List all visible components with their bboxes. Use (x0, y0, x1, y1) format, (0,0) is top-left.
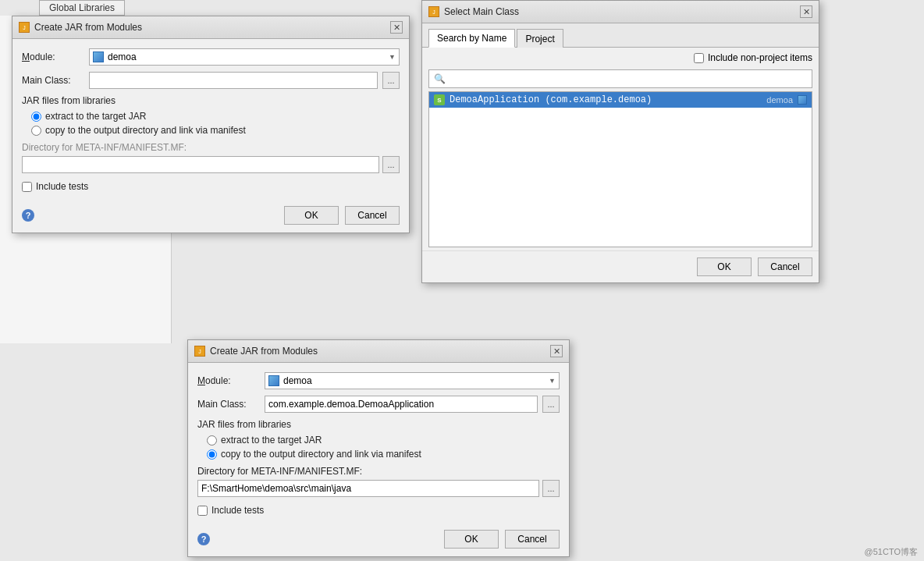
radio-row-1a[interactable]: extract to the target JAR (31, 111, 400, 122)
main-class-label-2: Main Class: (197, 399, 260, 410)
class-module-icon (798, 95, 807, 105)
include-tests-label-2: Include tests (211, 505, 264, 516)
radio-group-1: extract to the target JAR copy to the ou… (31, 111, 400, 136)
radio-copy-label-1: copy to the output directory and link vi… (45, 125, 246, 136)
search-icon: 🔍 (434, 73, 446, 84)
module-dropdown-2[interactable]: demoa ▼ (265, 372, 560, 389)
jar-dialog-2-body: Module: demoa ▼ Main Class: ... JAR file… (188, 363, 569, 525)
class-list[interactable]: S DemoaApplication (com.example.demoa) d… (428, 91, 812, 247)
main-class-browse-2[interactable]: ... (542, 396, 560, 413)
select-main-titlebar[interactable]: J Select Main Class ✕ (422, 1, 819, 23)
module-label-1: Module: (22, 51, 84, 62)
include-tests-row-2[interactable]: Include tests (197, 505, 560, 516)
cancel-button-select[interactable]: Cancel (758, 257, 812, 276)
radio-extract-2[interactable] (207, 435, 217, 446)
main-class-label-1: Main Class: (22, 75, 84, 86)
watermark: @51CTO博客 (865, 546, 918, 558)
module-value-2: demoa (283, 375, 312, 386)
ok-button-select[interactable]: OK (697, 257, 752, 276)
radio-copy-1[interactable] (31, 126, 41, 136)
manifest-dir-label-2: Directory for META-INF/MANIFEST.MF: (197, 466, 560, 477)
module-dropdown-arrow-1: ▼ (389, 53, 396, 61)
cancel-button-2[interactable]: Cancel (505, 530, 560, 549)
module-label-2: Module: (197, 375, 260, 386)
jar-dialog-2-titlebar[interactable]: J Create JAR from Modules ✕ (188, 340, 569, 363)
class-row-demoa[interactable]: S DemoaApplication (com.example.demoa) d… (429, 92, 812, 108)
spring-icon: S (434, 94, 445, 105)
manifest-section-2: Directory for META-INF/MANIFEST.MF: ... (197, 466, 560, 497)
jar-dialog-2: J Create JAR from Modules ✕ Module: demo… (187, 339, 570, 557)
manifest-row-2: ... (197, 480, 560, 497)
manifest-browse-2[interactable]: ... (542, 480, 560, 497)
radio-row-1b[interactable]: copy to the output directory and link vi… (31, 125, 400, 136)
select-main-title: Select Main Class (444, 6, 519, 17)
ok-button-2[interactable]: OK (444, 530, 499, 549)
select-main-footer: OK Cancel (422, 250, 819, 282)
module-dropdown-1[interactable]: demoa ▼ (89, 48, 400, 66)
module-icon-2 (268, 375, 279, 386)
main-class-row-2: Main Class: ... (197, 396, 560, 413)
ok-button-1[interactable]: OK (284, 206, 339, 225)
non-project-label: Include non-project items (708, 52, 812, 63)
include-tests-row-1[interactable]: Include tests (22, 181, 400, 192)
select-main-dialog: J Select Main Class ✕ Search by Name Pro… (421, 0, 819, 283)
include-tests-label-1: Include tests (36, 181, 88, 192)
jar-dialog-1-close[interactable]: ✕ (390, 21, 403, 34)
help-icon-1[interactable]: ? (22, 209, 34, 222)
radio-row-2b[interactable]: copy to the output directory and link vi… (207, 449, 560, 460)
manifest-input-2[interactable] (197, 480, 539, 497)
radio-copy-label-2: copy to the output directory and link vi… (221, 449, 421, 460)
jar-files-label-2: JAR files from libraries (197, 419, 560, 430)
module-row-2: Module: demoa ▼ (197, 372, 560, 389)
search-box[interactable]: 🔍 (428, 69, 812, 88)
tab-bar: Search by Name Project (422, 23, 819, 48)
radio-copy-2[interactable] (207, 449, 217, 460)
module-value-1: demoa (108, 51, 137, 62)
jar-dialog-1-titlebar[interactable]: J Create JAR from Modules ✕ (12, 16, 409, 39)
jar-icon-select: J (428, 6, 439, 17)
manifest-browse-1[interactable]: ... (382, 156, 400, 173)
radio-row-2a[interactable]: extract to the target JAR (207, 435, 560, 446)
select-main-close[interactable]: ✕ (800, 5, 812, 18)
main-class-browse-1[interactable]: ... (382, 72, 400, 89)
jar-dialog-1-title: Create JAR from Modules (34, 22, 142, 33)
non-project-row: Include non-project items (422, 48, 819, 66)
module-row-1: Module: demoa ▼ (22, 48, 400, 66)
global-libraries-tab[interactable]: Global Libraries (39, 0, 125, 16)
search-input[interactable] (449, 73, 807, 84)
module-icon-1 (93, 51, 104, 62)
class-name: DemoaApplication (com.example.demoa) (450, 94, 652, 105)
tab-project[interactable]: Project (517, 29, 563, 48)
main-class-input-2[interactable] (265, 396, 538, 413)
module-dropdown-arrow-2: ▼ (549, 377, 556, 385)
help-icon-2[interactable]: ? (197, 533, 210, 545)
jar-dialog-2-footer: ? OK Cancel (188, 525, 569, 556)
manifest-section-1: Directory for META-INF/MANIFEST.MF: ... (22, 142, 400, 173)
manifest-input-1[interactable] (22, 156, 379, 173)
cancel-button-1[interactable]: Cancel (345, 206, 400, 225)
manifest-row-1: ... (22, 156, 400, 173)
include-tests-checkbox-1[interactable] (22, 182, 32, 192)
non-project-checkbox[interactable] (694, 53, 704, 63)
radio-extract-label-2: extract to the target JAR (221, 435, 322, 446)
jar-dialog-1-footer: ? OK Cancel (12, 201, 409, 233)
jar-dialog-2-close[interactable]: ✕ (550, 345, 563, 357)
class-module: demoa (766, 95, 793, 105)
jar-icon-2: J (194, 346, 205, 357)
radio-extract-label-1: extract to the target JAR (45, 111, 146, 122)
radio-extract-1[interactable] (31, 112, 41, 122)
tab-search-by-name[interactable]: Search by Name (428, 29, 515, 48)
jar-files-label-1: JAR files from libraries (22, 95, 400, 106)
main-class-input-1[interactable] (89, 72, 378, 89)
include-tests-checkbox-2[interactable] (197, 506, 208, 516)
manifest-dir-label-1: Directory for META-INF/MANIFEST.MF: (22, 142, 400, 153)
jar-dialog-1-body: Module: demoa ▼ Main Class: ... JAR file… (12, 39, 409, 201)
main-class-row-1: Main Class: ... (22, 72, 400, 89)
jar-dialog-2-title: Create JAR from Modules (210, 346, 318, 357)
radio-group-2: extract to the target JAR copy to the ou… (207, 435, 560, 460)
jar-icon-1: J (19, 22, 30, 33)
jar-dialog-1: J Create JAR from Modules ✕ Module: demo… (12, 16, 410, 233)
